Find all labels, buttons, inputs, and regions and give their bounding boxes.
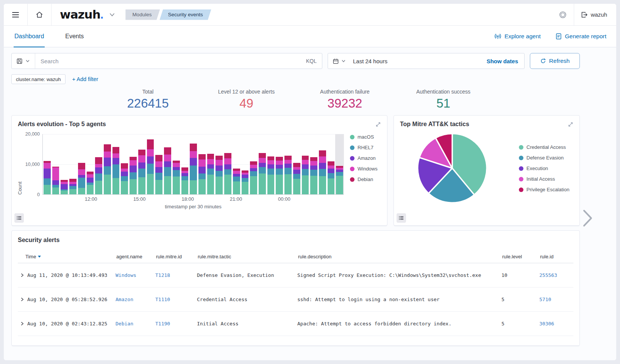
bar-segment-debian[interactable] xyxy=(69,179,77,182)
bar-segment-macos[interactable] xyxy=(78,188,85,194)
cell-rule-id-link[interactable]: 30306 xyxy=(539,321,554,327)
stat-value[interactable]: 49 xyxy=(197,96,296,111)
bar-segment-rhel7[interactable] xyxy=(147,164,154,174)
bar-segment-amazon[interactable] xyxy=(302,164,309,169)
bar-segment-macos[interactable] xyxy=(216,177,223,194)
bar-segment-macos[interactable] xyxy=(302,175,309,194)
bar-segment-debian[interactable] xyxy=(87,172,94,174)
calendar-button[interactable] xyxy=(328,53,351,69)
bar-column[interactable] xyxy=(335,134,344,194)
bar-column[interactable] xyxy=(181,134,189,194)
bar-segment-macos[interactable] xyxy=(69,189,77,194)
kql-button[interactable]: KQL xyxy=(301,58,322,64)
bar-column[interactable] xyxy=(120,134,129,194)
bar-segment-windows[interactable] xyxy=(233,171,240,174)
bar-segment-windows[interactable] xyxy=(95,164,102,168)
bar-segment-macos[interactable] xyxy=(190,180,197,194)
breadcrumb-modules[interactable]: Modules xyxy=(125,9,160,20)
bar-segment-rhel7[interactable] xyxy=(216,171,223,177)
bar-segment-debian[interactable] xyxy=(207,154,214,159)
bar-column[interactable] xyxy=(318,134,327,194)
bar-segment-rhel7[interactable] xyxy=(224,169,231,175)
wazuh-logo[interactable]: wazuh. xyxy=(60,8,103,22)
stat-value[interactable]: 39232 xyxy=(296,96,394,111)
bar-column[interactable] xyxy=(232,134,241,194)
bar-column[interactable] xyxy=(155,134,163,194)
bar-column[interactable] xyxy=(309,134,318,194)
bar-segment-macos[interactable] xyxy=(242,182,249,194)
bar-segment-amazon[interactable] xyxy=(276,165,283,169)
bar-segment-amazon[interactable] xyxy=(61,184,68,189)
inspect-button[interactable] xyxy=(14,213,24,223)
bar-segment-macos[interactable] xyxy=(155,180,162,194)
legend-item[interactable]: Initial Access xyxy=(519,176,552,182)
bar-segment-macos[interactable] xyxy=(276,175,283,194)
bar-segment-macos[interactable] xyxy=(61,191,68,194)
bar-segment-amazon[interactable] xyxy=(164,161,171,167)
bar-segment-windows[interactable] xyxy=(310,161,317,166)
bar-segment-macos[interactable] xyxy=(293,179,300,194)
bar-segment-debian[interactable] xyxy=(147,139,154,149)
legend-item[interactable]: Windows xyxy=(350,166,383,172)
bar-segment-amazon[interactable] xyxy=(95,167,102,173)
bar-segment-macos[interactable] xyxy=(44,185,51,194)
bar-segment-macos[interactable] xyxy=(207,175,214,194)
bar-segment-macos[interactable] xyxy=(130,179,137,194)
expand-panel-button[interactable] xyxy=(567,121,574,128)
bar-segment-amazon[interactable] xyxy=(250,168,257,171)
bar-segment-amazon[interactable] xyxy=(52,180,59,185)
cell-agent-name-link[interactable]: Amazon xyxy=(116,297,133,302)
bar-column[interactable] xyxy=(60,134,69,194)
bar-segment-amazon[interactable] xyxy=(242,175,249,178)
bar-segment-windows[interactable] xyxy=(173,163,180,167)
bar-column[interactable] xyxy=(301,134,310,194)
bar-segment-macos[interactable] xyxy=(198,179,206,194)
legend-item[interactable]: macOS xyxy=(350,134,383,140)
bar-segment-amazon[interactable] xyxy=(130,166,137,172)
bar-segment-windows[interactable] xyxy=(198,159,206,167)
bar-segment-windows[interactable] xyxy=(112,153,120,158)
bar-segment-debian[interactable] xyxy=(267,156,275,160)
bar-segment-debian[interactable] xyxy=(95,157,102,164)
bar-segment-debian[interactable] xyxy=(328,161,335,165)
bar-segment-rhel7[interactable] xyxy=(181,176,189,181)
bar-segment-windows[interactable] xyxy=(284,160,292,164)
home-button[interactable] xyxy=(28,4,51,26)
bar-segment-windows[interactable] xyxy=(216,160,223,166)
bar-segment-rhel7[interactable] xyxy=(112,164,120,178)
bar-segment-macos[interactable] xyxy=(267,175,275,194)
bar-segment-windows[interactable] xyxy=(319,156,326,163)
bar-segment-macos[interactable] xyxy=(310,176,317,194)
bar-segment-macos[interactable] xyxy=(259,173,266,194)
bar-column[interactable] xyxy=(94,134,103,194)
bar-column[interactable] xyxy=(206,134,215,194)
show-dates-button[interactable]: Show dates xyxy=(481,58,524,64)
bar-column[interactable] xyxy=(172,134,181,194)
add-filter-button[interactable]: + Add filter xyxy=(72,76,98,82)
expand-panel-button[interactable] xyxy=(375,121,382,128)
stat-value[interactable]: 226415 xyxy=(99,96,197,111)
bar-segment-macos[interactable] xyxy=(173,177,180,194)
bar-segment-debian[interactable] xyxy=(138,150,145,155)
bar-segment-rhel7[interactable] xyxy=(336,172,343,176)
bar-segment-amazon[interactable] xyxy=(121,172,128,177)
bar-column[interactable] xyxy=(327,134,336,194)
bar-segment-rhel7[interactable] xyxy=(130,172,137,179)
bar-segment-amazon[interactable] xyxy=(87,178,94,183)
bar-segment-windows[interactable] xyxy=(250,165,257,168)
bar-segment-macos[interactable] xyxy=(336,176,343,194)
bar-segment-windows[interactable] xyxy=(78,169,85,175)
bar-segment-rhel7[interactable] xyxy=(44,178,51,185)
filter-pill-cluster-name[interactable]: cluster.name: wazuh xyxy=(11,74,66,84)
cell-agent-name-link[interactable]: Debian xyxy=(116,321,133,327)
refresh-button[interactable]: Refresh xyxy=(530,53,580,69)
bar-segment-rhel7[interactable] xyxy=(190,166,197,181)
bar-column[interactable] xyxy=(275,134,284,194)
bar-column[interactable] xyxy=(69,134,77,194)
bar-segment-amazon[interactable] xyxy=(216,166,223,171)
bar-segment-debian[interactable] xyxy=(259,153,266,158)
bar-segment-debian[interactable] xyxy=(302,156,309,159)
cell-rule-id-link[interactable]: 5710 xyxy=(539,297,551,302)
bar-segment-macos[interactable] xyxy=(147,174,154,194)
bar-column[interactable] xyxy=(86,134,95,194)
